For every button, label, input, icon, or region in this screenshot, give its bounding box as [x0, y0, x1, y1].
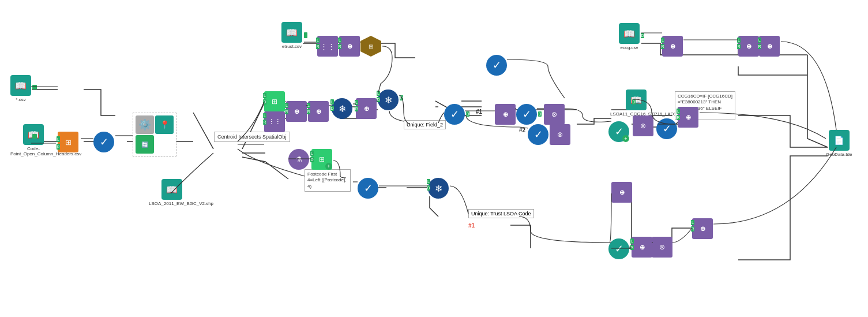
join-bottom-right-node[interactable]: ⊕	[692, 218, 713, 239]
dna2-node[interactable]: ⊗	[633, 115, 653, 136]
hexagon-node[interactable]: ⊞	[360, 36, 381, 57]
unique-field2-label[interactable]: Unique: Field_2	[404, 120, 446, 129]
port-l: L	[57, 136, 60, 142]
join3-node[interactable]: ⊕	[308, 101, 329, 122]
check-bottom-teal-node[interactable]: ✓	[608, 238, 629, 259]
join-bottom-purple-node[interactable]: ⊕	[632, 237, 652, 258]
join9-node[interactable]: ⊕	[759, 36, 780, 57]
check4-node[interactable]: ✓	[516, 104, 537, 125]
workflow-canvas: 📖 *.csv 📖 Code-Point_Open_Column_Headers…	[0, 0, 868, 317]
sorter2-node[interactable]: ⋮⋮	[264, 111, 285, 132]
unique-trust-lsoa-label[interactable]: Unique: Trust LSOA Code	[468, 209, 534, 218]
check3-node[interactable]: ✓	[486, 55, 507, 76]
port-etrust-out	[304, 32, 307, 38]
snowflake1-node[interactable]: ❄	[332, 98, 352, 119]
csv2-node[interactable]: 📖 Code-Point_Open_Column_Headers.csv	[10, 124, 57, 156]
join7-node[interactable]: ⊕	[662, 36, 683, 57]
check2-node[interactable]: ✓	[444, 104, 465, 125]
join-bottom-node[interactable]: ⊕	[611, 182, 632, 203]
check-bottom1-node[interactable]: ✓	[358, 178, 378, 199]
port-r: R	[57, 144, 60, 150]
port-csv2-out	[32, 134, 37, 139]
dna3-node[interactable]: ⊗	[550, 124, 570, 145]
check6-node[interactable]: ✓	[528, 124, 548, 145]
join8-node[interactable]: ⊕	[738, 36, 759, 57]
join5-node[interactable]: ⊕	[495, 104, 516, 125]
eccg-csv-node[interactable]: 📖 eccg.csv	[619, 23, 640, 50]
join1-node[interactable]: ⊕	[339, 36, 360, 57]
join2-node[interactable]: ⊕	[286, 101, 307, 122]
lsoa-csv-node[interactable]: 📖 LSOA11_CCG16_STP16_LAD16_EN_LU.csv	[610, 89, 662, 117]
check7-node[interactable]: ✓	[656, 118, 677, 139]
join6-node[interactable]: ⊕	[678, 107, 698, 128]
sorter1-node[interactable]: ⋮⋮	[317, 36, 338, 57]
geodata-tde-node[interactable]: 📄 GeoData.tde	[826, 130, 852, 157]
join4-node[interactable]: ⊕	[356, 98, 377, 119]
centroid-intersects-label[interactable]: Centroid Intersects SpatialObj	[214, 132, 290, 142]
check1-node[interactable]: ✓	[93, 132, 114, 152]
port-csv1-out	[32, 85, 37, 89]
table-merge-node[interactable]: ⊞	[58, 132, 78, 152]
dna1-node[interactable]: ⊗	[544, 104, 565, 125]
etrust-csv-node[interactable]: 📖 etrust.csv	[281, 22, 302, 49]
lsoa-shp-node[interactable]: 📖 LSOA_2011_EW_BGC_V2.shp	[149, 179, 195, 206]
flask1-node[interactable]: ⚗	[288, 149, 309, 170]
csv1-node[interactable]: 📖 *.csv	[10, 75, 31, 102]
check5-node[interactable]: ✓ +	[608, 121, 629, 142]
hash1-bottom-label: #1	[468, 222, 475, 229]
grid-bottom-node[interactable]: ⊞ +	[311, 149, 332, 170]
snowflake-bottom-node[interactable]: ❄	[428, 178, 449, 199]
centroid-intersects-box[interactable]: ⚙️ 📍 🔄	[133, 113, 176, 156]
dna-bottom-node[interactable]: ⊗	[652, 237, 672, 258]
hash2-label: #2	[519, 127, 525, 133]
postcode-first4-label[interactable]: Postcode First 4=Left ([Postcode], 4)	[305, 169, 351, 192]
hash1-label: #1	[476, 109, 482, 115]
grid1-node[interactable]: ⊞	[264, 91, 285, 112]
snowflake2-node[interactable]: ❄	[378, 89, 399, 110]
